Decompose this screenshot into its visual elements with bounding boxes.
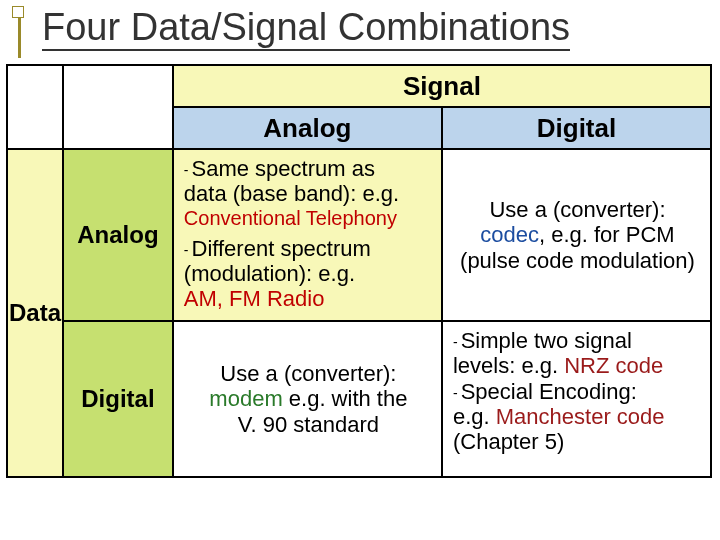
corner-blank-2 [63,65,173,149]
cell-analog-analog: -Same spectrum as data (base band): e.g.… [173,149,442,321]
cell-text: Conventional Telephony [184,207,397,229]
cell-text: Use a (converter): [184,361,433,386]
dash-icon: - [453,334,458,350]
cell-text: NRZ code [564,353,663,378]
row-group-header: Data [7,149,63,477]
col-header-digital: Digital [442,107,711,149]
cell-text: Simple two signal [461,328,632,353]
dash-icon: - [184,242,189,258]
cell-digital-analog: Use a (converter): modem e.g. with the V… [173,321,442,477]
col-header-analog: Analog [173,107,442,149]
cell-text: (modulation): e.g. [184,261,433,286]
cell-text: Use a (converter): [453,197,702,222]
cell-text: V. 90 standard [184,412,433,437]
col-group-header: Signal [173,65,711,107]
cell-text: AM, FM Radio [184,286,325,311]
page-title: Four Data/Signal Combinations [36,6,720,50]
cell-text: Special Encoding: [461,379,637,404]
row-header-analog: Analog [63,149,173,321]
title-bullet-square [12,6,24,18]
cell-text: Same spectrum as [192,156,375,181]
row-header-digital: Digital [63,321,173,477]
corner-blank [7,65,63,149]
cell-text: levels: e.g. [453,353,564,378]
matrix-table: Signal Analog Digital Data Analog -Same … [6,64,712,478]
cell-text: (pulse code modulation) [453,248,702,273]
cell-text: e.g. with the [283,386,408,411]
dash-icon: - [453,385,458,401]
cell-text: modem [209,386,282,411]
dash-icon: - [184,162,189,178]
title-bullet-bar [18,18,21,58]
cell-text: Manchester code [496,404,665,429]
cell-text: (Chapter 5) [453,429,702,454]
cell-text: data (base band): e.g. [184,181,433,206]
cell-text: codec [480,222,539,247]
cell-analog-digital: Use a (converter): codec, e.g. for PCM (… [442,149,711,321]
cell-text: e.g. [453,404,496,429]
cell-text: , e.g. for PCM [539,222,675,247]
cell-digital-digital: -Simple two signal levels: e.g. NRZ code… [442,321,711,477]
cell-text: Different spectrum [192,236,371,261]
